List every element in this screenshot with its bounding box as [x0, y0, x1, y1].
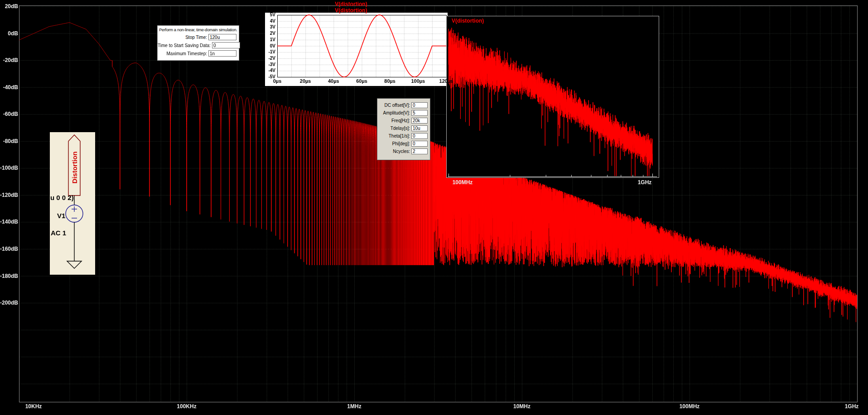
sine-row-ncycles: Ncycles: — [377, 148, 430, 155]
sine-source-dialog: DC offset[V]: Amplitude[V]: Freq[Hz]: Td… — [377, 98, 430, 160]
spice-directive-clipped: u 0 0 2) — [50, 194, 74, 201]
plus-icon — [72, 206, 77, 212]
sim-dialog-title: Perform a non-linear, time-domain simula… — [158, 28, 239, 32]
time-inset-trace-title[interactable]: V(distortion) — [313, 7, 390, 14]
ncycles-label: Ncycles: — [377, 149, 411, 154]
net-label-flag[interactable]: Distortion — [68, 135, 80, 196]
component-ref: V1 — [57, 212, 65, 219]
stop-time-input[interactable] — [208, 34, 236, 40]
theta-label: Theta[1/s]: — [377, 134, 411, 138]
ground-symbol[interactable] — [67, 261, 82, 268]
theta-input[interactable] — [411, 133, 428, 139]
amplitude-label: Amplitude[V]: — [377, 110, 411, 115]
component-value: AC 1 — [51, 229, 66, 237]
voltage-source-symbol[interactable] — [66, 205, 83, 222]
dc-offset-label: DC offset[V]: — [377, 103, 411, 108]
zoom-inset-trace-title[interactable]: V(distortion) — [452, 18, 484, 24]
main-plot-trace-title[interactable]: V(distortion) — [313, 1, 390, 7]
sine-row-theta: Theta[1/s]: — [377, 132, 430, 140]
freq-input[interactable] — [411, 118, 428, 124]
sim-row-start-saving: Time to Start Saving Data: — [158, 41, 239, 49]
sine-row-freq: Freq[Hz]: — [377, 117, 430, 124]
waveform-plot-canvas[interactable] — [0, 0, 868, 415]
schematic-panel: Distortion u 0 0 2) V1 AC 1 — [50, 132, 95, 275]
sine-row-amplitude: Amplitude[V]: — [377, 109, 430, 117]
tdelay-input[interactable] — [411, 125, 428, 131]
transient-sim-dialog: Perform a non-linear, time-domain simula… — [157, 25, 239, 61]
sine-row-tdelay: Tdelay[s]: — [377, 124, 430, 132]
phi-input[interactable] — [411, 141, 428, 147]
stop-time-label: Stop Time: — [158, 35, 208, 40]
sine-row-dc-offset: DC offset[V]: — [377, 101, 430, 109]
sim-row-max-timestep: Maximum Timestep: — [158, 49, 239, 57]
amplitude-input[interactable] — [411, 110, 428, 116]
start-saving-label: Time to Start Saving Data: — [158, 43, 212, 48]
schematic-svg: Distortion u 0 0 2) V1 AC 1 — [50, 132, 95, 275]
dc-offset-input[interactable] — [411, 102, 428, 108]
tdelay-label: Tdelay[s]: — [377, 126, 411, 131]
max-timestep-label: Maximum Timestep: — [158, 51, 208, 56]
ltspice-window: V(distortion) V(distortion) V(distortion… — [0, 0, 868, 415]
start-saving-input[interactable] — [212, 42, 240, 48]
max-timestep-input[interactable] — [208, 50, 236, 57]
sine-row-phi: Phi[deg]: — [377, 140, 430, 148]
phi-label: Phi[deg]: — [377, 141, 411, 146]
net-label-text: Distortion — [71, 152, 78, 184]
sim-row-stop-time: Stop Time: — [158, 33, 239, 41]
freq-label: Freq[Hz]: — [377, 118, 411, 123]
ncycles-input[interactable] — [411, 148, 428, 154]
